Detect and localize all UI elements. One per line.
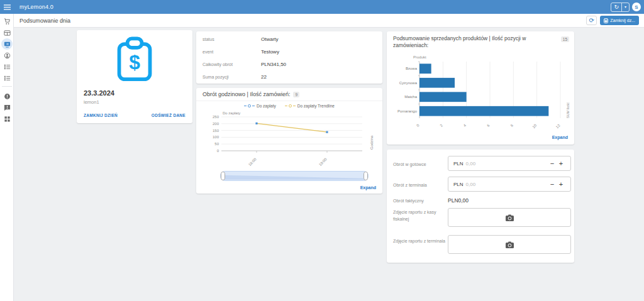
svg-text:Matcha: Matcha [404, 95, 417, 99]
status-row-label: Całkowity obrót [203, 62, 261, 67]
sidebar-item-list-1[interactable] [1, 61, 13, 72]
register-icon [4, 41, 11, 48]
status-row: Całkowity obrót PLN341,50 [203, 58, 376, 70]
sync-icon[interactable]: ↻ [611, 3, 621, 11]
chevron-down-icon[interactable]: ▾ [621, 3, 629, 11]
table-icon [4, 30, 11, 36]
orders-list-icon [4, 75, 11, 82]
status-row-value: 22 [261, 74, 267, 80]
calendar-check-icon [604, 18, 608, 23]
form-label: Obrót faktyczny [393, 198, 447, 205]
sidebar-item-info[interactable] [1, 90, 13, 102]
app-window: myLemon4.0 ↻ ▾ S Podsumowanie dnia ⟳ Zam… [0, 0, 644, 301]
camera-icon [506, 214, 514, 221]
sidebar-item-day-summary[interactable] [1, 38, 13, 50]
status-row-label: status [203, 37, 261, 41]
svg-text:19:00: 19:00 [318, 157, 328, 167]
amount-placeholder: 0,00 [466, 182, 476, 187]
status-row: event Testowy [203, 45, 376, 58]
business-date: 23.3.2024 [84, 89, 114, 97]
svg-text:0: 0 [416, 123, 420, 128]
legend-item[interactable]: Do zapłaty Trendline [285, 104, 335, 108]
currency-prefix: PLN [453, 161, 464, 167]
products-chart-title: Podsumowanie sprzedanych produktów | Ilo… [393, 35, 550, 50]
svg-text:10: 10 [531, 123, 537, 129]
sidebar-item-list-2[interactable] [1, 72, 13, 84]
camera-icon [506, 241, 514, 248]
svg-text:Produkt: Produkt [413, 55, 426, 59]
svg-text:SUM Ilość: SUM Ilość [566, 102, 570, 118]
sidebar-item-apps[interactable] [1, 113, 13, 124]
feedback-icon [4, 104, 11, 111]
apps-icon [4, 116, 11, 123]
sidebar-item-cart[interactable] [1, 16, 13, 27]
account-icon [4, 52, 11, 59]
list-icon [4, 63, 11, 70]
hourly-chart-title: Obrót godzinowo | Ilość zamówień: [203, 91, 290, 97]
decrement-button[interactable]: − [548, 160, 557, 167]
clipboard-dollar-icon: $ [112, 36, 157, 87]
cash-form-card: Obrót w gotówce PLN 0,00 − + Obrót z ter… [387, 150, 574, 263]
svg-text:Godzina: Godzina [370, 135, 374, 150]
increment-button[interactable]: + [557, 180, 565, 188]
svg-text:12: 12 [555, 123, 561, 129]
svg-text:18:00: 18:00 [248, 157, 257, 167]
status-row: Suma pozycji 22 [203, 70, 376, 83]
increment-button[interactable]: + [557, 160, 565, 167]
svg-text:50: 50 [214, 142, 219, 146]
decrement-button[interactable]: − [548, 180, 557, 188]
refresh-data-text-button[interactable]: ODŚWIEŻ DANE [152, 113, 186, 118]
status-row-label: event [203, 50, 261, 54]
form-label: Obrót z terminala [393, 182, 447, 189]
svg-text:8: 8 [509, 123, 514, 128]
status-row-value: PLN341,50 [261, 62, 286, 67]
svg-text:Cytrynowa: Cytrynowa [399, 81, 418, 85]
svg-text:$: $ [129, 51, 140, 74]
amount-placeholder: 0,00 [466, 161, 476, 167]
svg-text:250: 250 [213, 115, 219, 119]
svg-text:Bzowa: Bzowa [406, 67, 418, 70]
fiscal-report-photo-button[interactable] [448, 208, 571, 227]
sync-split-button: ↻ ▾ [611, 3, 630, 12]
avatar[interactable]: S [632, 3, 641, 11]
form-label: Zdjęcie raportu z terminala [393, 238, 447, 245]
hourly-expand-link[interactable]: Expand [360, 185, 376, 190]
close-day-button[interactable]: Zamknij dz... [600, 16, 639, 25]
status-row-label: Suma pozycji [203, 75, 261, 79]
sidebar-item-feedback[interactable] [1, 102, 13, 113]
range-navigator[interactable] [220, 171, 369, 183]
products-chart-card: Podsumowanie sprzedanych produktów | Ilo… [387, 31, 574, 145]
status-row: status Otwarty [203, 33, 376, 45]
close-day-text-button[interactable]: ZAMKNIJ DZIEŃ [84, 113, 118, 118]
legend-item[interactable]: Do zapłaty [244, 104, 276, 108]
terminal-amount-input[interactable]: PLN 0,00 − + [448, 177, 571, 192]
refresh-button[interactable]: ⟳ [586, 16, 597, 25]
svg-text:4: 4 [463, 123, 467, 128]
cash-amount-input[interactable]: PLN 0,00 − + [448, 156, 571, 171]
form-label: Zdjęcie raportu z kasy fiskalnej [393, 209, 447, 222]
actual-turnover-value: PLN0,00 [448, 197, 469, 204]
location-name: lemon1 [84, 99, 99, 105]
products-expand-link[interactable]: Expand [552, 135, 568, 140]
positions-count-badge: 15 [561, 36, 569, 42]
top-app-bar: myLemon4.0 ↻ ▾ S [0, 0, 644, 14]
svg-text:200: 200 [213, 122, 219, 126]
svg-text:0: 0 [217, 149, 219, 153]
svg-text:6: 6 [486, 123, 491, 128]
menu-icon[interactable] [0, 4, 14, 10]
sidebar-divider [2, 86, 12, 87]
hourly-legend: Do zapłatyDo zapłaty Trendline [196, 104, 382, 108]
page-title: Podsumowanie dnia [19, 18, 70, 24]
svg-text:2: 2 [439, 123, 443, 128]
cart-icon [4, 18, 11, 25]
terminal-report-photo-button[interactable] [448, 235, 571, 254]
sidebar-item-tables[interactable] [1, 27, 13, 38]
svg-text:150: 150 [213, 129, 219, 133]
status-card: status Otwarty event Testowy Całkowity o… [196, 31, 382, 84]
day-summary-card: $ 23.3.2024 lemon1 ZAMKNIJ DZIEŃ ODŚWIEŻ… [77, 30, 192, 123]
info-icon [4, 93, 11, 100]
sidebar-item-account[interactable] [1, 50, 13, 61]
orders-count-badge: 9 [293, 92, 299, 97]
sidebar [0, 14, 14, 301]
svg-text:Do zapłaty: Do zapłaty [223, 111, 240, 115]
